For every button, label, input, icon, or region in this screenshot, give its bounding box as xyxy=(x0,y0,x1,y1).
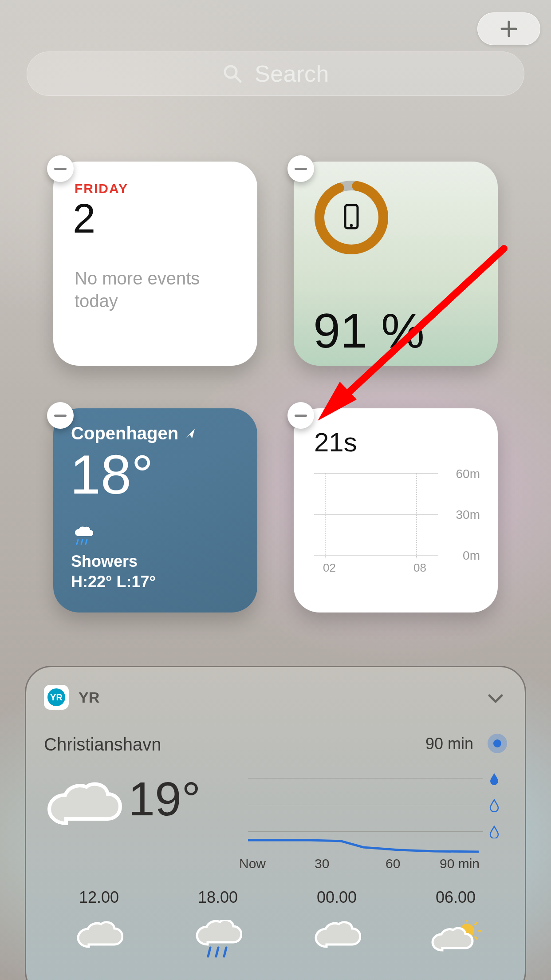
screentime-xlabel-08: 08 xyxy=(413,561,426,575)
weather-condition: Showers xyxy=(71,552,138,571)
screentime-chart: 60m 30m 0m 02 08 xyxy=(314,467,478,578)
screentime-ylabel-60: 60m xyxy=(456,467,480,481)
svg-line-19 xyxy=(475,937,477,939)
screentime-value: 21s xyxy=(314,427,357,458)
search-icon xyxy=(222,63,243,84)
cloud-icon xyxy=(44,780,124,839)
cloud-rain-icon xyxy=(193,920,242,960)
svg-line-9 xyxy=(86,540,87,544)
battery-percent-text: 91 % xyxy=(313,302,425,359)
yr-temperature: 19° xyxy=(128,771,201,826)
screentime-ylabel-0: 0m xyxy=(463,549,480,563)
svg-line-14 xyxy=(224,948,226,956)
raindrop-icon xyxy=(488,798,501,812)
yr-location: Christianshavn xyxy=(44,735,161,755)
yr-window-label: 90 min xyxy=(425,735,473,753)
weather-hi-lo: H:22° L:17° xyxy=(71,573,156,591)
screentime-xlabel-02: 02 xyxy=(323,561,336,575)
svg-text:YR: YR xyxy=(50,692,63,702)
svg-line-7 xyxy=(77,540,78,544)
yr-xlabel-90: 90 min xyxy=(440,856,480,871)
svg-point-3 xyxy=(315,181,389,255)
yr-precip-chart: Now 30 60 90 min xyxy=(239,765,509,871)
calendar-events-text: No more events today xyxy=(75,267,233,312)
plus-icon xyxy=(499,19,519,39)
calendar-day-name: FRIDAY xyxy=(75,181,128,196)
svg-line-17 xyxy=(475,923,477,925)
yr-app-name: YR xyxy=(79,689,99,706)
cloud-icon xyxy=(312,920,361,956)
yr-xlabel-now: Now xyxy=(239,856,266,871)
svg-line-13 xyxy=(216,948,218,956)
weather-temperature: 18° xyxy=(70,443,153,506)
yr-weather-widget[interactable]: YR YR Christianshavn 90 min 19° Now 30 6… xyxy=(25,666,526,980)
search-placeholder: Search xyxy=(255,60,329,87)
battery-widget[interactable]: 91 % xyxy=(294,162,498,366)
remove-battery-button[interactable] xyxy=(287,155,314,182)
yr-hourly-time-3: 06.00 xyxy=(407,888,504,907)
remove-calendar-button[interactable] xyxy=(47,155,74,182)
svg-line-8 xyxy=(81,540,83,544)
raindrop-icon xyxy=(488,825,501,838)
chevron-down-icon xyxy=(486,688,505,708)
yr-hourly-time-1: 18.00 xyxy=(169,888,267,907)
weather-widget[interactable]: Copenhagen 18° Showers H:22° L:17° xyxy=(53,408,257,612)
yr-hourly-time-0: 12.00 xyxy=(50,888,148,907)
yr-xlabel-30: 30 xyxy=(315,856,329,871)
yr-hourly-time-2: 00.00 xyxy=(288,888,386,907)
minus-icon xyxy=(54,168,67,170)
svg-rect-5 xyxy=(348,204,355,206)
battery-ring-icon xyxy=(311,178,391,257)
add-widget-button[interactable] xyxy=(477,12,540,45)
yr-app-icon: YR xyxy=(44,685,69,710)
location-arrow-icon xyxy=(184,427,196,440)
screentime-ylabel-30: 30m xyxy=(456,508,480,522)
yr-precip-indicator xyxy=(488,734,507,753)
calendar-day-number: 2 xyxy=(73,195,95,242)
screentime-widget[interactable]: 21s 60m 30m 0m 02 08 xyxy=(294,408,498,612)
cloud-sun-icon xyxy=(429,920,482,960)
minus-icon xyxy=(295,168,307,170)
remove-screentime-button[interactable] xyxy=(287,402,314,429)
collapse-button[interactable] xyxy=(486,688,505,710)
weather-city: Copenhagen xyxy=(71,423,178,443)
minus-icon xyxy=(295,415,307,417)
svg-point-6 xyxy=(350,224,353,227)
yr-xlabel-60: 60 xyxy=(386,856,400,871)
cloud-icon xyxy=(75,920,123,956)
svg-line-1 xyxy=(235,76,240,82)
calendar-widget[interactable]: FRIDAY 2 No more events today xyxy=(53,162,257,366)
remove-weather-button[interactable] xyxy=(47,402,74,429)
svg-line-12 xyxy=(208,948,210,956)
rain-cloud-icon xyxy=(71,524,96,549)
raindrop-icon xyxy=(488,772,501,785)
minus-icon xyxy=(54,415,67,417)
search-bar[interactable]: Search xyxy=(27,51,524,96)
